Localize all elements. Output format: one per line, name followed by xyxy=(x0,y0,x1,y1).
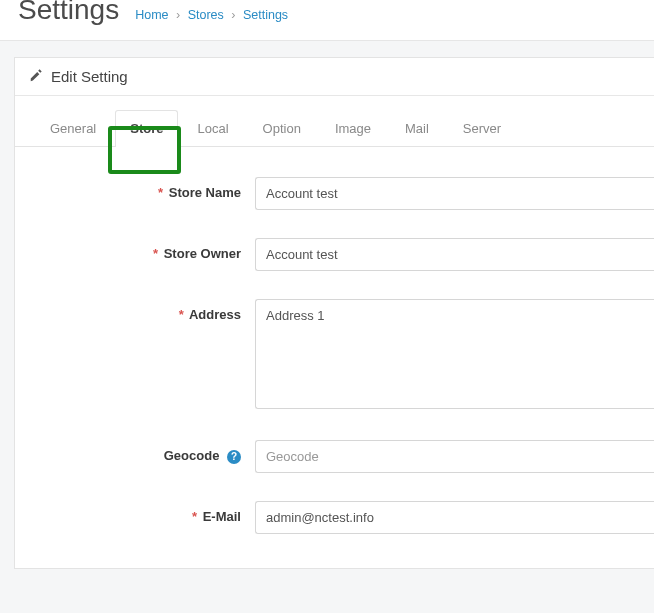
breadcrumb-stores[interactable]: Stores xyxy=(188,8,224,22)
store-name-label: * Store Name xyxy=(15,177,255,200)
email-input[interactable] xyxy=(255,501,654,534)
panel-heading: Edit Setting xyxy=(15,58,654,96)
store-name-input[interactable] xyxy=(255,177,654,210)
required-mark: * xyxy=(192,509,197,524)
geocode-input[interactable] xyxy=(255,440,654,473)
tab-local[interactable]: Local xyxy=(182,110,243,146)
breadcrumb: Home › Stores › Settings xyxy=(135,8,288,22)
pencil-icon xyxy=(29,68,51,85)
required-mark: * xyxy=(153,246,158,261)
required-mark: * xyxy=(158,185,163,200)
settings-panel: Edit Setting General Store Local Option … xyxy=(14,57,654,569)
tab-image[interactable]: Image xyxy=(320,110,386,146)
address-label: * Address xyxy=(15,299,255,322)
email-label: * E-Mail xyxy=(15,501,255,524)
tab-option[interactable]: Option xyxy=(248,110,316,146)
page-header: Settings Home › Stores › Settings xyxy=(0,0,654,41)
tab-mail[interactable]: Mail xyxy=(390,110,444,146)
chevron-right-icon: › xyxy=(231,8,235,22)
geocode-label: Geocode ? xyxy=(15,440,255,464)
store-owner-input[interactable] xyxy=(255,238,654,271)
address-input[interactable] xyxy=(255,299,654,409)
page-title: Settings xyxy=(18,0,119,26)
breadcrumb-home[interactable]: Home xyxy=(135,8,168,22)
help-icon[interactable]: ? xyxy=(227,450,241,464)
required-mark: * xyxy=(179,307,184,322)
tab-store[interactable]: Store xyxy=(115,110,178,147)
tab-general[interactable]: General xyxy=(35,110,111,146)
chevron-right-icon: › xyxy=(176,8,180,22)
breadcrumb-settings[interactable]: Settings xyxy=(243,8,288,22)
panel-heading-text: Edit Setting xyxy=(51,68,128,85)
store-owner-label: * Store Owner xyxy=(15,238,255,261)
store-form: * Store Name * Store Owner * Address xyxy=(15,147,654,568)
tabs: General Store Local Option Image Mail Se… xyxy=(15,96,654,147)
tab-server[interactable]: Server xyxy=(448,110,516,146)
